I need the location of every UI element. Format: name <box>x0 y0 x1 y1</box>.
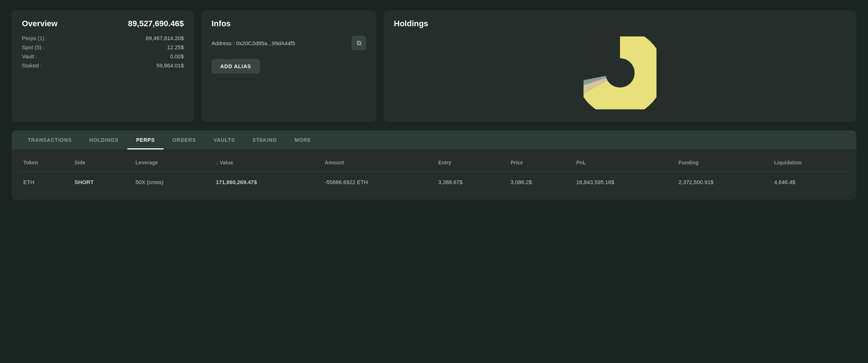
overview-row-label: Spot (5) : <box>22 44 44 50</box>
holdings-pie-chart <box>584 36 656 109</box>
col-amount: Amount <box>320 154 434 172</box>
copy-address-button[interactable]: ⧉ <box>352 36 366 50</box>
perps-table: TokenSideLeverage↓ ValueAmountEntryPrice… <box>19 154 849 193</box>
overview-row-value: 59,864.01$ <box>156 62 184 69</box>
overview-row-value: 89,467,814.20$ <box>146 35 184 41</box>
overview-row: Perps (1) :89,467,814.20$ <box>22 35 184 41</box>
overview-title: Overview <box>22 19 58 28</box>
col-funding: Funding <box>674 154 770 172</box>
holdings-card: Holdings <box>384 10 856 122</box>
col-pnl: PnL <box>572 154 674 172</box>
cell---value: 171,860,269.47$ <box>212 172 321 193</box>
copy-icon: ⧉ <box>357 39 361 47</box>
tab-vaults[interactable]: VAULTS <box>205 130 244 149</box>
overview-row: Staked :59,864.01$ <box>22 62 184 69</box>
col-liquidation: Liquidation <box>770 154 849 172</box>
overview-row-label: Perps (1) : <box>22 35 47 41</box>
overview-card: Overview 89,527,690.46$ Perps (1) :89,46… <box>12 10 194 122</box>
cell-pnl: 16,843,595.18$ <box>572 172 674 193</box>
overview-total: 89,527,690.46$ <box>128 19 184 28</box>
tab-perps[interactable]: PERPS <box>127 130 163 149</box>
col-price: Price <box>506 154 572 172</box>
cell-liquidation: 4,646.4$ <box>770 172 849 193</box>
tab-orders[interactable]: ORDERS <box>164 130 205 149</box>
cell-leverage: 50X (cross) <box>131 172 212 193</box>
tab-holdings[interactable]: HOLDINGS <box>81 130 127 149</box>
tab-staking[interactable]: STAKING <box>244 130 286 149</box>
overview-row: Spot (5) :12.25$ <box>22 44 184 50</box>
svg-point-3 <box>605 58 635 87</box>
infos-card: Infos Address : 0x20C2d95a...99dA44f5 ⧉ … <box>201 10 376 122</box>
table-row: ETHSHORT50X (cross)171,860,269.47$-55686… <box>19 172 849 193</box>
col-entry: Entry <box>434 154 506 172</box>
overview-row: Vault :0.00$ <box>22 53 184 59</box>
overview-row-label: Vault : <box>22 53 37 59</box>
col-side: Side <box>70 154 131 172</box>
add-alias-button[interactable]: ADD ALIAS <box>212 59 260 74</box>
tabs-section: TRANSACTIONSHOLDINGSPERPSORDERSVAULTSSTA… <box>12 130 856 200</box>
holdings-title: Holdings <box>394 19 846 28</box>
cell-side: SHORT <box>70 172 131 193</box>
pie-chart-container <box>394 33 846 113</box>
col-leverage: Leverage <box>131 154 212 172</box>
table-container: TokenSideLeverage↓ ValueAmountEntryPrice… <box>12 149 856 200</box>
infos-title: Infos <box>212 19 366 28</box>
wallet-address: Address : 0x20C2d95a...99dA44f5 <box>212 40 295 46</box>
col-token: Token <box>19 154 70 172</box>
overview-row-value: 0.00$ <box>170 53 184 59</box>
tab-more[interactable]: MORE <box>286 130 320 149</box>
col---value[interactable]: ↓ Value <box>212 154 321 172</box>
overview-row-label: Staked : <box>22 62 42 69</box>
cell-amount: -55686.6922 ETH <box>320 172 434 193</box>
tab-transactions[interactable]: TRANSACTIONS <box>19 130 81 149</box>
cell-token: ETH <box>19 172 70 193</box>
cell-funding: 2,372,500.91$ <box>674 172 770 193</box>
cell-price: 3,086.2$ <box>506 172 572 193</box>
cell-entry: 3,388.67$ <box>434 172 506 193</box>
overview-row-value: 12.25$ <box>167 44 184 50</box>
tabs-header: TRANSACTIONSHOLDINGSPERPSORDERSVAULTSSTA… <box>12 130 856 149</box>
